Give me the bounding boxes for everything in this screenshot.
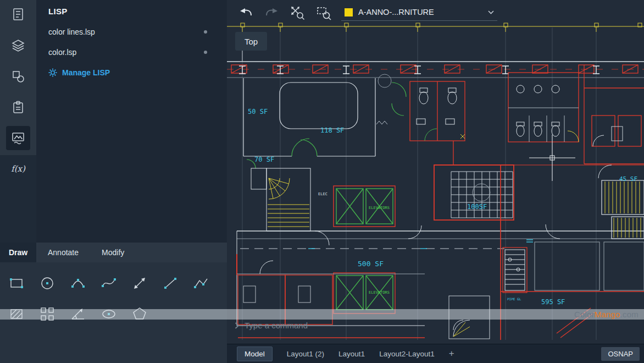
- draw-tool-palette: [0, 262, 227, 363]
- tab-annotate[interactable]: Annotate: [36, 243, 90, 262]
- polygon-tool-icon[interactable]: [130, 305, 149, 323]
- tab-layout1[interactable]: Layout1: [338, 350, 365, 358]
- app-window: f(x) LISP color lines.lsp color.lsp Mana…: [0, 0, 644, 363]
- circle-tool-icon[interactable]: [38, 274, 57, 293]
- file-status-dot: [204, 51, 207, 54]
- command-line-input[interactable]: Type a command: [235, 321, 308, 330]
- spline-tool-icon[interactable]: [99, 274, 118, 293]
- array-tool-icon[interactable]: [38, 305, 57, 323]
- viewcube-top[interactable]: Top: [235, 32, 267, 51]
- chevron-down-icon: [488, 10, 494, 14]
- command-prompt-text: Type a command: [245, 321, 308, 330]
- file-status-dot: [204, 30, 207, 34]
- arc-tool-icon[interactable]: [69, 274, 87, 293]
- layer-name: A-ANNO-...RNITURE: [358, 8, 434, 16]
- polyline-tool-icon[interactable]: [192, 274, 210, 293]
- cad-viewport: 50 SF 118 SF 70 SF 45 SF 100SF 500 SF 59…: [227, 0, 644, 363]
- redo-button[interactable]: [263, 4, 280, 21]
- dimension-tool-icon[interactable]: [130, 274, 149, 293]
- manage-lisp-label: Manage LISP: [62, 68, 110, 77]
- osnap-button[interactable]: OSNAP: [601, 347, 640, 361]
- tab-model[interactable]: Model: [237, 346, 273, 361]
- references-icon[interactable]: [6, 126, 30, 150]
- layer-color-swatch: [345, 8, 353, 16]
- ellipse-tool-icon[interactable]: [99, 305, 118, 323]
- measure-tool-icon[interactable]: [69, 305, 87, 323]
- lisp-file-item[interactable]: color.lsp: [36, 42, 227, 62]
- hatch-tool-icon[interactable]: [7, 305, 26, 323]
- blocks-icon[interactable]: [6, 64, 30, 89]
- pan-zoom-button[interactable]: [289, 4, 306, 21]
- tab-modify[interactable]: Modify: [90, 243, 136, 262]
- layout-tabs-bar: Model Layout1 (2) Layout1 Layout2-Layout…: [227, 344, 644, 363]
- tab-draw[interactable]: Draw: [0, 243, 36, 262]
- layers-icon[interactable]: [6, 34, 30, 58]
- ribbon-tab-bar: Draw Annotate Modify: [0, 243, 227, 262]
- functions-icon[interactable]: f(x): [6, 157, 30, 181]
- drawing-canvas[interactable]: [227, 0, 644, 344]
- line-tool-icon[interactable]: [161, 274, 180, 293]
- undo-button[interactable]: [238, 4, 254, 21]
- tab-layout1-2[interactable]: Layout1 (2): [287, 350, 324, 358]
- lisp-file-name: color lines.lsp: [48, 28, 95, 36]
- panel-title: LISP: [36, 0, 227, 21]
- new-layout-button[interactable]: +: [449, 348, 454, 359]
- sheets-icon[interactable]: [6, 2, 30, 26]
- lisp-panel: LISP color lines.lsp color.lsp Manage LI…: [36, 0, 227, 243]
- prompt-icon: [235, 322, 240, 329]
- functions-icon-label: f(x): [11, 164, 25, 174]
- rectangle-tool-icon[interactable]: [7, 274, 26, 293]
- paste-icon[interactable]: [6, 95, 30, 119]
- layer-select[interactable]: A-ANNO-...RNITURE: [341, 4, 497, 21]
- canvas-toolbar: A-ANNO-...RNITURE: [227, 0, 644, 26]
- lisp-file-item[interactable]: color lines.lsp: [36, 21, 227, 42]
- gear-icon: [48, 68, 57, 77]
- zoom-window-button[interactable]: [315, 4, 332, 21]
- tab-layout2-layout1[interactable]: Layout2-Layout1: [379, 350, 435, 358]
- lisp-file-name: color.lsp: [48, 48, 76, 57]
- manage-lisp-button[interactable]: Manage LISP: [36, 62, 227, 82]
